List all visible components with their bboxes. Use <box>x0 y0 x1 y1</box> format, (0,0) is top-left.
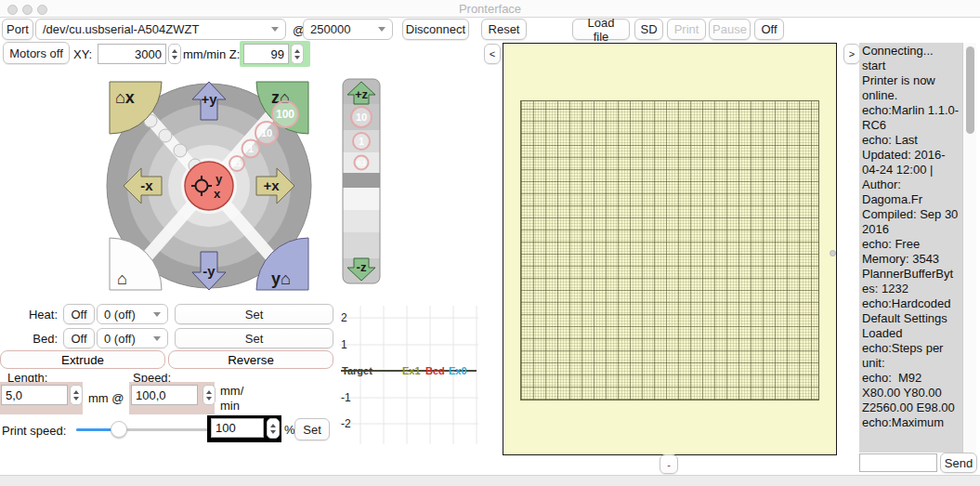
send-button[interactable]: Send <box>940 453 977 473</box>
chevron-down-icon <box>153 312 161 317</box>
percent-label: % <box>284 423 295 437</box>
jog-ring-01-label: 0.1 <box>232 161 242 167</box>
heat-temp-select[interactable]: 0 (off) <box>97 304 168 324</box>
home-y-label: y⌂ <box>271 269 291 288</box>
temperature-graph: 2 1 -1 -2 Target Ex1 Bed Ex0 <box>339 306 478 444</box>
jog-plus-y-label: +y <box>201 91 217 107</box>
heat-set-button[interactable]: Set <box>175 304 333 324</box>
log-scrollbar-track[interactable] <box>962 43 976 453</box>
heat-temp-value: 0 (off) <box>104 308 136 322</box>
bed-temp-select[interactable]: 0 (off) <box>97 328 168 348</box>
extrude-button[interactable]: Extrude <box>0 350 165 369</box>
z-step-10-label: 10 <box>356 112 367 123</box>
bed-viewer[interactable] <box>503 43 837 455</box>
jog-plus-z-label: +z <box>355 87 369 101</box>
graph-tick-neg1: -1 <box>341 391 351 404</box>
mm-min-unit-line2: min <box>220 399 240 413</box>
bed-off-button[interactable]: Off <box>63 328 95 348</box>
jog-ring-10-label: 10 <box>261 127 272 138</box>
graph-legend-ex0: Ex0 <box>449 365 467 376</box>
jog-plus-x-label: +x <box>263 177 280 193</box>
load-file-button[interactable]: Load file <box>572 19 630 40</box>
log-output[interactable]: Connecting... start Printer is now onlin… <box>859 43 962 453</box>
chevron-down-icon <box>378 27 385 32</box>
graph-legend-ex1: Ex1 <box>402 365 421 376</box>
mm-min-unit-line1: mm/ <box>220 384 243 398</box>
motors-off-button[interactable]: Motors off <box>3 42 70 64</box>
graph-legend-bed: Bed <box>425 365 445 376</box>
bed-label: Bed: <box>24 332 58 346</box>
jog-minus-y-label: -y <box>203 263 216 279</box>
disconnect-button[interactable]: Disconnect <box>402 19 469 40</box>
status-bar <box>0 475 980 486</box>
off-button[interactable]: Off <box>754 19 784 40</box>
chevron-down-icon <box>271 27 279 32</box>
print-speed-set-button[interactable]: Set <box>294 418 330 440</box>
z-feed-input[interactable] <box>243 44 289 64</box>
collapse-left-button[interactable]: < <box>484 44 501 64</box>
heat-label: Heat: <box>24 308 58 322</box>
port-button[interactable]: Port <box>2 19 33 40</box>
extrude-speed-input[interactable] <box>131 385 198 405</box>
zoom-out-button[interactable]: - <box>660 454 678 474</box>
home-all-label: ⌂ <box>117 269 127 288</box>
jog-ring-100-label: 100 <box>276 108 294 121</box>
z-feed-label: mm/min Z: <box>183 47 240 61</box>
extrude-speed-stepper[interactable] <box>203 385 216 405</box>
graph-legend-target: Target <box>342 365 372 376</box>
sd-button[interactable]: SD <box>634 19 663 40</box>
z-jog-column: +z 10 1 0.1 -z <box>340 76 383 286</box>
jog-minus-z-label: -z <box>357 260 367 274</box>
reset-button[interactable]: Reset <box>481 19 527 40</box>
jog-ring-1-label: 1 <box>248 144 254 154</box>
mm-at-label: mm @ <box>88 391 124 405</box>
print-speed-label: Print speed: <box>2 424 66 438</box>
graph-tick-1: 1 <box>341 338 347 351</box>
chevron-down-icon <box>153 336 161 341</box>
heat-off-button[interactable]: Off <box>63 304 95 324</box>
window-title: Pronterface <box>0 2 980 16</box>
xy-feed-input[interactable] <box>98 44 166 64</box>
print-button: Print <box>667 19 706 40</box>
port-select-value: /dev/cu.usbserial-A504ZWZT <box>43 22 199 36</box>
reverse-button[interactable]: Reverse <box>168 350 333 369</box>
jog-center-x-label: x <box>214 187 221 201</box>
baud-select-value: 250000 <box>310 22 350 36</box>
home-x-label: ⌂x <box>115 88 135 107</box>
z-feed-stepper[interactable] <box>291 44 304 64</box>
print-speed-stepper[interactable] <box>267 418 280 439</box>
length-stepper[interactable] <box>70 385 83 405</box>
collapse-right-button[interactable]: > <box>843 44 860 64</box>
z-step-1-label: 1 <box>359 137 364 147</box>
xy-feed-label: XY: <box>73 47 92 61</box>
bed-temp-value: 0 (off) <box>104 332 136 346</box>
baud-select[interactable]: 250000 <box>303 19 393 40</box>
port-select[interactable]: /dev/cu.usbserial-A504ZWZT <box>35 19 286 40</box>
print-speed-slider-thumb[interactable] <box>111 421 127 438</box>
bed-set-button[interactable]: Set <box>175 328 333 348</box>
command-input[interactable] <box>859 453 937 472</box>
pronterface-window: Pronterface Port /dev/cu.usbserial-A504Z… <box>0 0 980 486</box>
xy-feed-stepper[interactable] <box>168 44 181 64</box>
jog-center-button[interactable]: y x <box>185 162 233 210</box>
length-input[interactable] <box>1 385 68 405</box>
graph-tick-neg2: -2 <box>341 417 351 430</box>
bed-grid <box>520 100 819 401</box>
pause-button: Pause <box>709 19 751 40</box>
viewer-scroll-dot[interactable] <box>830 250 836 256</box>
title-bar: Pronterface <box>0 0 980 18</box>
jog-center-y-label: y <box>216 172 223 186</box>
log-scrollbar-thumb[interactable] <box>966 46 974 134</box>
print-speed-input[interactable] <box>211 418 264 438</box>
graph-tick-2: 2 <box>341 311 347 324</box>
z-step-01-label: 0.1 <box>357 160 366 166</box>
jog-minus-x-label: -x <box>140 177 153 193</box>
